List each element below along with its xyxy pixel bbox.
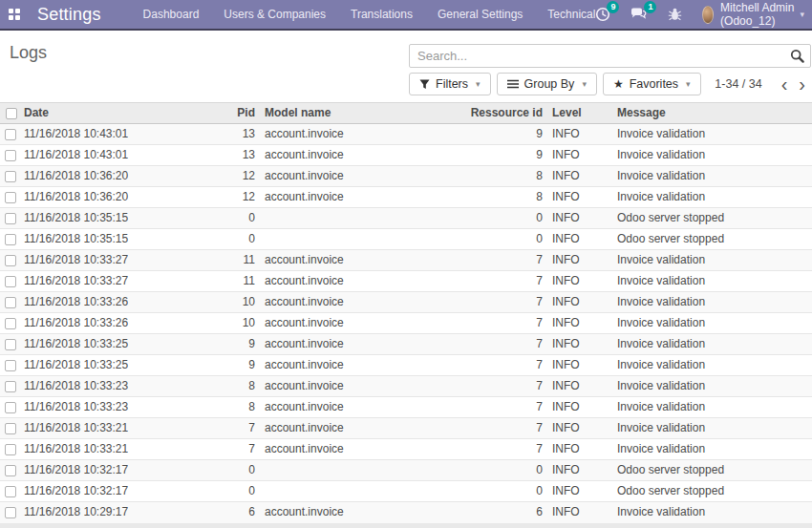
cell-message: Invoice validation — [612, 397, 812, 418]
column-header-ressource-id[interactable]: Ressource id — [411, 103, 547, 124]
cell-message: Invoice validation — [612, 250, 812, 271]
cell-model-name: account.invoice — [260, 313, 411, 334]
menu-users-companies[interactable]: Users & Companies — [224, 8, 326, 21]
group-by-label: Group By — [524, 77, 575, 91]
top-navbar: Settings Dashboard Users & Companies Tra… — [0, 0, 812, 31]
column-header-date[interactable]: Date — [19, 103, 220, 124]
column-header-model-name[interactable]: Model name — [260, 103, 411, 124]
cell-ressource-id: 0 — [411, 481, 547, 502]
favorites-label: Favorites — [630, 77, 678, 91]
pager-previous-button[interactable]: ‹ — [776, 75, 794, 93]
table-row[interactable]: 11/16/2018 10:33:23 8 account.invoice 7 … — [0, 376, 812, 397]
row-checkbox[interactable] — [5, 444, 16, 455]
page-title: Logs — [10, 43, 47, 63]
cell-pid: 0 — [220, 229, 260, 250]
column-header-pid[interactable]: Pid — [220, 103, 260, 124]
row-checkbox[interactable] — [5, 381, 16, 392]
cell-date: 11/16/2018 10:33:21 — [19, 439, 220, 460]
row-checkbox[interactable] — [5, 234, 16, 245]
row-checkbox[interactable] — [5, 318, 16, 329]
cell-model-name: account.invoice — [260, 124, 411, 145]
cell-date: 11/16/2018 10:33:26 — [19, 313, 220, 334]
cell-pid: 11 — [220, 271, 260, 292]
row-checkbox[interactable] — [5, 150, 16, 161]
table-row[interactable]: 11/16/2018 10:33:27 11 account.invoice 7… — [0, 250, 812, 271]
row-checkbox[interactable] — [5, 213, 16, 224]
row-checkbox[interactable] — [5, 339, 16, 350]
column-header-message[interactable]: Message — [612, 103, 812, 124]
cell-model-name: account.invoice — [260, 334, 411, 355]
group-by-button[interactable]: Group By ▾ — [497, 73, 597, 95]
row-checkbox-cell — [0, 292, 19, 313]
debug-button[interactable] — [668, 7, 682, 22]
cell-message: Invoice validation — [612, 166, 812, 187]
table-row[interactable]: 11/16/2018 10:33:25 9 account.invoice 7 … — [0, 355, 812, 376]
row-checkbox[interactable] — [5, 507, 16, 518]
table-row[interactable]: 11/16/2018 10:32:17 0 0 INFO Odoo server… — [0, 481, 812, 502]
table-row[interactable]: 11/16/2018 10:33:21 7 account.invoice 7 … — [0, 439, 812, 460]
table-row[interactable]: 11/16/2018 10:43:01 13 account.invoice 9… — [0, 124, 812, 145]
cell-pid: 7 — [220, 418, 260, 439]
cell-message: Invoice validation — [612, 502, 812, 523]
row-checkbox[interactable] — [5, 297, 16, 308]
favorites-button[interactable]: ★ Favorites ▾ — [603, 73, 701, 95]
menu-technical[interactable]: Technical — [547, 8, 595, 21]
table-row[interactable]: 11/16/2018 10:33:26 10 account.invoice 7… — [0, 292, 812, 313]
row-checkbox[interactable] — [5, 360, 16, 371]
menu-dashboard[interactable]: Dashboard — [143, 8, 200, 21]
table-row[interactable]: 11/16/2018 10:33:27 11 account.invoice 7… — [0, 271, 812, 292]
menu-general-settings[interactable]: General Settings — [438, 8, 523, 21]
row-checkbox[interactable] — [5, 192, 16, 203]
row-checkbox[interactable] — [5, 423, 16, 434]
table-row[interactable]: 11/16/2018 10:35:15 0 0 INFO Odoo server… — [0, 229, 812, 250]
bug-icon — [668, 7, 682, 22]
apps-menu-button[interactable] — [4, 0, 26, 29]
cell-date: 11/16/2018 10:33:21 — [19, 418, 220, 439]
row-checkbox-cell — [0, 376, 19, 397]
row-checkbox[interactable] — [5, 171, 16, 182]
row-checkbox[interactable] — [5, 129, 16, 140]
cell-ressource-id: 7 — [411, 418, 547, 439]
funnel-icon — [419, 79, 430, 90]
user-name: Mitchell Admin (Odoo_12) — [720, 1, 795, 28]
cell-model-name: account.invoice — [260, 250, 411, 271]
column-header-level[interactable]: Level — [547, 103, 612, 124]
table-row[interactable]: 11/16/2018 10:36:20 12 account.invoice 8… — [0, 166, 812, 187]
pager-next-button[interactable]: › — [793, 75, 811, 93]
table-row[interactable]: 11/16/2018 10:33:23 8 account.invoice 7 … — [0, 397, 812, 418]
cell-ressource-id: 9 — [411, 124, 547, 145]
cell-ressource-id: 7 — [411, 334, 547, 355]
search-input[interactable] — [409, 44, 811, 68]
table-row[interactable]: 11/16/2018 10:36:20 12 account.invoice 8… — [0, 187, 812, 208]
user-menu[interactable]: Mitchell Admin (Odoo_12) ▾ — [702, 1, 804, 28]
row-checkbox[interactable] — [5, 276, 16, 287]
activities-button[interactable]: 9 — [595, 7, 610, 22]
search-icon[interactable] — [790, 49, 804, 63]
cell-date: 11/16/2018 10:36:20 — [19, 166, 220, 187]
row-checkbox[interactable] — [5, 402, 16, 413]
cell-date: 11/16/2018 10:43:01 — [19, 145, 220, 166]
table-row[interactable]: 11/16/2018 10:32:17 0 0 INFO Odoo server… — [0, 460, 812, 481]
table-row[interactable]: 11/16/2018 10:35:15 0 0 INFO Odoo server… — [0, 208, 812, 229]
select-all-checkbox[interactable] — [6, 108, 17, 119]
filters-button[interactable]: Filters ▾ — [409, 73, 491, 95]
cell-model-name — [260, 481, 411, 502]
cell-model-name — [260, 229, 411, 250]
table-row[interactable]: 11/16/2018 10:33:26 10 account.invoice 7… — [0, 313, 812, 334]
cell-level: INFO — [547, 292, 612, 313]
row-checkbox[interactable] — [5, 465, 16, 476]
cell-pid: 0 — [220, 460, 260, 481]
cell-date: 11/16/2018 10:36:20 — [19, 187, 220, 208]
row-checkbox[interactable] — [5, 486, 16, 497]
table-row[interactable]: 11/16/2018 10:29:17 6 account.invoice 6 … — [0, 502, 812, 523]
cell-ressource-id: 8 — [411, 187, 547, 208]
table-row[interactable]: 11/16/2018 10:43:01 13 account.invoice 9… — [0, 145, 812, 166]
cell-date: 11/16/2018 10:29:17 — [19, 502, 220, 523]
cell-ressource-id: 7 — [411, 397, 547, 418]
cell-date: 11/16/2018 10:33:26 — [19, 292, 220, 313]
row-checkbox[interactable] — [5, 255, 16, 266]
table-row[interactable]: 11/16/2018 10:33:21 7 account.invoice 7 … — [0, 418, 812, 439]
menu-translations[interactable]: Translations — [351, 8, 413, 21]
table-row[interactable]: 11/16/2018 10:33:25 9 account.invoice 7 … — [0, 334, 812, 355]
messages-button[interactable]: 1 — [630, 7, 648, 22]
